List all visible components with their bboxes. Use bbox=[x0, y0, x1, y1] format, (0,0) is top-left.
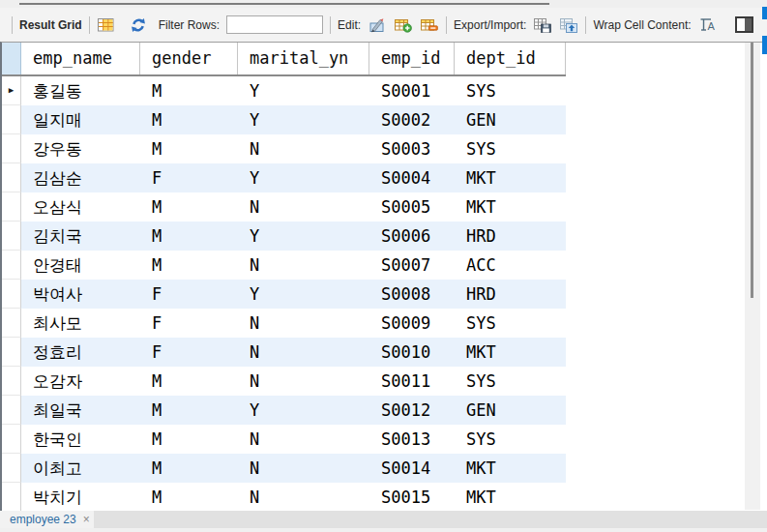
cell[interactable]: S0009 bbox=[369, 309, 455, 338]
cell[interactable]: Y bbox=[238, 396, 369, 425]
cell[interactable]: M bbox=[140, 105, 238, 134]
scrollbar-thumb[interactable] bbox=[751, 43, 753, 298]
cell[interactable]: ACC bbox=[455, 251, 566, 280]
cell[interactable]: 김삼순 bbox=[21, 163, 140, 192]
cell[interactable]: 김치국 bbox=[21, 222, 140, 251]
column-header-marital_yn[interactable]: marital_yn bbox=[238, 43, 369, 74]
cell[interactable]: S0012 bbox=[369, 396, 455, 425]
cell[interactable]: S0014 bbox=[369, 454, 455, 483]
cell[interactable]: 일지매 bbox=[21, 105, 140, 134]
cell[interactable]: M bbox=[140, 425, 238, 454]
cell[interactable]: Y bbox=[238, 76, 369, 105]
cell[interactable]: S0007 bbox=[369, 251, 455, 280]
cell[interactable]: M bbox=[140, 134, 238, 163]
cell[interactable]: SYS bbox=[455, 367, 566, 396]
row-selector[interactable] bbox=[2, 163, 21, 192]
cell[interactable]: GEN bbox=[455, 105, 566, 134]
cell[interactable]: 한국인 bbox=[21, 425, 140, 454]
cell[interactable]: S0004 bbox=[369, 163, 455, 192]
cell[interactable]: S0005 bbox=[369, 192, 455, 222]
export-icon[interactable] bbox=[533, 15, 552, 35]
cell[interactable]: HRD bbox=[455, 222, 566, 251]
row-selector[interactable] bbox=[2, 396, 21, 425]
cell[interactable]: M bbox=[140, 76, 238, 105]
cell[interactable]: M bbox=[140, 222, 238, 251]
column-header-dept_id[interactable]: dept_id bbox=[455, 43, 566, 74]
cell[interactable]: SYS bbox=[455, 309, 566, 338]
cell[interactable]: MKT bbox=[455, 338, 566, 367]
vertical-scrollbar[interactable] bbox=[745, 43, 760, 510]
select-all-corner[interactable] bbox=[2, 43, 21, 74]
cell[interactable]: Y bbox=[238, 280, 369, 309]
cell[interactable]: 박치기 bbox=[21, 483, 140, 512]
column-header-emp_name[interactable]: emp_name bbox=[21, 43, 140, 74]
add-row-icon[interactable] bbox=[394, 15, 413, 35]
column-header-gender[interactable]: gender bbox=[140, 43, 238, 74]
import-icon[interactable] bbox=[559, 15, 578, 35]
cell[interactable]: N bbox=[238, 367, 369, 396]
close-icon[interactable]: × bbox=[83, 514, 90, 525]
cell[interactable]: S0010 bbox=[369, 338, 455, 367]
cell[interactable]: Y bbox=[238, 105, 369, 134]
cell[interactable]: F bbox=[140, 163, 238, 192]
result-grid-icon[interactable] bbox=[97, 15, 116, 35]
cell[interactable]: N bbox=[238, 425, 369, 454]
cell[interactable]: M bbox=[140, 251, 238, 280]
row-selector[interactable] bbox=[2, 367, 21, 396]
cell[interactable]: N bbox=[238, 134, 369, 163]
cell[interactable]: 안경태 bbox=[21, 251, 140, 280]
cell[interactable]: S0006 bbox=[369, 222, 455, 251]
cell[interactable]: Y bbox=[238, 163, 369, 192]
delete-row-icon[interactable] bbox=[420, 15, 439, 35]
filter-rows-input[interactable] bbox=[226, 15, 323, 34]
row-selector[interactable] bbox=[2, 222, 21, 251]
cell[interactable]: S0003 bbox=[369, 134, 455, 163]
cell[interactable]: S0011 bbox=[369, 367, 455, 396]
cell[interactable]: M bbox=[140, 483, 238, 512]
cell[interactable]: MKT bbox=[455, 483, 566, 512]
cell[interactable]: M bbox=[140, 454, 238, 483]
cell[interactable]: S0001 bbox=[369, 76, 455, 105]
cell[interactable]: 오삼식 bbox=[21, 192, 140, 222]
cell[interactable]: N bbox=[238, 483, 369, 512]
sidebar-accent-bottom[interactable] bbox=[762, 36, 767, 54]
row-selector[interactable] bbox=[2, 309, 21, 338]
cell[interactable]: S0002 bbox=[369, 105, 455, 134]
cell[interactable]: HRD bbox=[455, 280, 566, 309]
cell[interactable]: M bbox=[140, 192, 238, 222]
wrap-cell-icon[interactable]: A bbox=[698, 15, 718, 35]
cell[interactable]: N bbox=[238, 309, 369, 338]
cell[interactable]: N bbox=[238, 338, 369, 367]
cell[interactable]: 오감자 bbox=[21, 367, 140, 396]
row-selector[interactable] bbox=[2, 105, 21, 134]
row-selector[interactable] bbox=[2, 425, 21, 454]
tab-employee-23[interactable]: employee 23 × bbox=[0, 511, 94, 528]
cell[interactable]: MKT bbox=[455, 454, 566, 483]
cell[interactable]: 강우동 bbox=[21, 134, 140, 163]
column-header-emp_id[interactable]: emp_id bbox=[369, 43, 455, 74]
cell[interactable]: S0008 bbox=[369, 280, 455, 309]
cell[interactable]: SYS bbox=[455, 425, 566, 454]
row-selector[interactable] bbox=[2, 338, 21, 367]
cell[interactable]: 정효리 bbox=[21, 338, 140, 367]
row-selector[interactable] bbox=[2, 280, 21, 309]
sidebar-accent-top[interactable] bbox=[762, 7, 767, 19]
cell[interactable]: F bbox=[140, 280, 238, 309]
row-selector[interactable] bbox=[2, 483, 21, 512]
cell[interactable]: N bbox=[238, 192, 369, 222]
cell[interactable]: MKT bbox=[455, 192, 566, 222]
cell[interactable]: SYS bbox=[455, 134, 566, 163]
cell[interactable]: N bbox=[238, 251, 369, 280]
edit-pencil-icon[interactable] bbox=[368, 15, 387, 35]
cell[interactable]: M bbox=[140, 367, 238, 396]
cell[interactable]: Y bbox=[238, 222, 369, 251]
cell[interactable]: 박여사 bbox=[21, 280, 140, 309]
cell[interactable]: GEN bbox=[455, 396, 566, 425]
cell[interactable]: 이최고 bbox=[21, 454, 140, 483]
row-selector[interactable] bbox=[2, 454, 21, 483]
row-selector[interactable]: ▶ bbox=[2, 76, 21, 105]
row-selector[interactable] bbox=[2, 251, 21, 280]
cell[interactable]: F bbox=[140, 309, 238, 338]
panel-toggle-icon[interactable] bbox=[735, 16, 753, 33]
refresh-icon[interactable] bbox=[129, 15, 148, 35]
